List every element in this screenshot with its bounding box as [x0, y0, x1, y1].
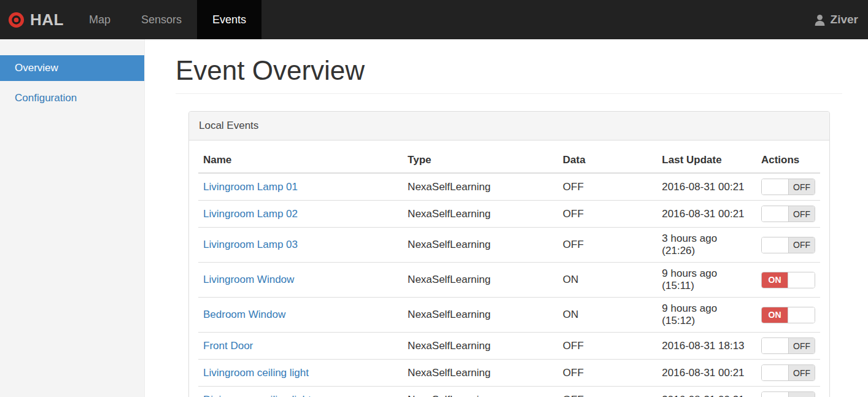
toggle-switch[interactable]: OFF: [761, 337, 815, 354]
event-data-cell: OFF: [558, 360, 657, 387]
event-name-link[interactable]: Livingroom Lamp 02: [203, 208, 298, 220]
table-row: Livingroom Lamp 02 NexaSelfLearning OFF …: [198, 201, 820, 228]
brand[interactable]: HAL: [0, 0, 74, 39]
toggle-switch[interactable]: ON: [761, 272, 815, 288]
sidebar-item-overview[interactable]: Overview: [0, 55, 144, 81]
event-type-cell: NexaSelfLearning: [403, 228, 558, 263]
event-name-cell: Livingroom ceiling light: [198, 360, 403, 387]
event-last-update-cell: 2016-08-31 00:21: [657, 387, 756, 397]
toggle-left-segment: [762, 206, 788, 222]
event-name-cell: Bedroom Window: [198, 298, 403, 333]
toggle-switch[interactable]: OFF: [761, 206, 815, 222]
event-name-link[interactable]: Livingroom Window: [203, 274, 294, 285]
event-name-link[interactable]: Front Door: [203, 340, 253, 352]
hal-bullseye-icon: [8, 12, 25, 28]
nav-item-events[interactable]: Events: [197, 0, 262, 39]
event-actions-cell: OFF: [756, 387, 820, 397]
event-actions-cell: OFF: [756, 228, 820, 263]
toggle-left-segment: ON: [762, 272, 788, 288]
event-type-cell: NexaSelfLearning: [403, 360, 558, 387]
event-last-update-cell: 2016-08-31 18:13: [657, 333, 756, 360]
event-last-update-cell: 9 hours ago (15:11): [657, 263, 756, 298]
event-last-update-cell: 2016-08-31 00:21: [657, 173, 756, 201]
nav-item-map[interactable]: Map: [74, 0, 126, 39]
event-name-cell: Diningroom ceiling light: [198, 387, 403, 397]
event-actions-cell: OFF: [756, 173, 820, 201]
event-last-update-cell: 3 hours ago (21:26): [657, 228, 756, 263]
table-row: Front Door NexaSelfLearning OFF 2016-08-…: [198, 333, 820, 360]
event-data-cell: OFF: [558, 333, 657, 360]
table-row: Livingroom Lamp 03 NexaSelfLearning OFF …: [198, 228, 820, 263]
event-name-cell: Livingroom Lamp 03: [198, 228, 403, 263]
event-name-link[interactable]: Diningroom ceiling light: [203, 394, 311, 397]
event-data-cell: OFF: [558, 228, 657, 263]
table-row: Livingroom ceiling light NexaSelfLearnin…: [198, 360, 820, 387]
table-row: Livingroom Window NexaSelfLearning ON 9 …: [198, 263, 820, 298]
event-type-cell: NexaSelfLearning: [403, 387, 558, 397]
user-menu[interactable]: Ziver: [813, 0, 868, 39]
table-row: Diningroom ceiling light NexaSelfLearnin…: [198, 387, 820, 397]
event-name-link[interactable]: Livingroom Lamp 03: [203, 239, 298, 250]
toggle-switch[interactable]: OFF: [761, 179, 815, 195]
event-data-cell: ON: [558, 263, 657, 298]
event-name-link[interactable]: Livingroom Lamp 01: [203, 181, 298, 193]
column-header-type: Type: [403, 147, 558, 173]
local-events-panel: Local Events Name Type Data Last: [188, 111, 830, 397]
event-actions-cell: ON: [756, 298, 820, 333]
toggle-right-segment: [788, 272, 815, 288]
event-actions-cell: OFF: [756, 333, 820, 360]
panel-title: Local Events: [189, 112, 829, 141]
main-content: Event Overview Local Events Name Type: [145, 39, 868, 397]
toggle-left-segment: [762, 338, 788, 353]
event-type-cell: NexaSelfLearning: [403, 333, 558, 360]
table-header-row: Name Type Data Last Update Actions: [198, 147, 820, 173]
column-header-last-update: Last Update: [657, 147, 756, 173]
events-table: Name Type Data Last Update Actions Livin…: [198, 147, 820, 397]
event-actions-cell: OFF: [756, 201, 820, 228]
sidebar-item-configuration[interactable]: Configuration: [0, 85, 144, 111]
brand-label: HAL: [30, 10, 64, 29]
toggle-left-segment: ON: [762, 307, 788, 323]
user-icon: [813, 13, 826, 26]
event-data-cell: OFF: [558, 387, 657, 397]
event-type-cell: NexaSelfLearning: [403, 263, 558, 298]
table-row: Bedroom Window NexaSelfLearning ON 9 hou…: [198, 298, 820, 333]
toggle-switch[interactable]: OFF: [761, 237, 815, 253]
event-name-link[interactable]: Bedroom Window: [203, 309, 285, 320]
event-last-update-cell: 9 hours ago (15:12): [657, 298, 756, 333]
event-last-update-cell: 2016-08-31 00:21: [657, 201, 756, 228]
nav-item-sensors[interactable]: Sensors: [126, 0, 197, 39]
event-data-cell: ON: [558, 298, 657, 333]
event-last-update-cell: 2016-08-31 00:21: [657, 360, 756, 387]
toggle-switch[interactable]: ON: [761, 307, 815, 323]
toggle-right-segment: OFF: [788, 392, 815, 397]
toggle-left-segment: [762, 365, 788, 380]
toggle-left-segment: [762, 179, 788, 195]
event-name-cell: Front Door: [198, 333, 403, 360]
column-header-data: Data: [558, 147, 657, 173]
event-name-cell: Livingroom Lamp 02: [198, 201, 403, 228]
toggle-switch[interactable]: OFF: [761, 364, 815, 381]
event-data-cell: OFF: [558, 201, 657, 228]
event-type-cell: NexaSelfLearning: [403, 173, 558, 201]
toggle-switch[interactable]: OFF: [761, 391, 815, 397]
event-data-cell: OFF: [558, 173, 657, 201]
event-name-cell: Livingroom Lamp 01: [198, 173, 403, 201]
toggle-right-segment: OFF: [788, 179, 815, 195]
table-row: Livingroom Lamp 01 NexaSelfLearning OFF …: [198, 173, 820, 201]
event-actions-cell: OFF: [756, 360, 820, 387]
event-actions-cell: ON: [756, 263, 820, 298]
top-navbar: HAL Map Sensors Events Ziver: [0, 0, 868, 39]
column-header-actions: Actions: [756, 147, 820, 173]
event-type-cell: NexaSelfLearning: [403, 201, 558, 228]
toggle-right-segment: OFF: [788, 237, 815, 253]
navbar-menu: Map Sensors Events: [74, 0, 262, 39]
toggle-left-segment: [762, 237, 788, 253]
sidebar: Overview Configuration: [0, 39, 145, 397]
user-name: Ziver: [831, 13, 858, 26]
toggle-right-segment: OFF: [788, 365, 815, 380]
toggle-right-segment: OFF: [788, 338, 815, 353]
toggle-left-segment: [762, 392, 788, 397]
event-name-link[interactable]: Livingroom ceiling light: [203, 367, 309, 379]
event-type-cell: NexaSelfLearning: [403, 298, 558, 333]
